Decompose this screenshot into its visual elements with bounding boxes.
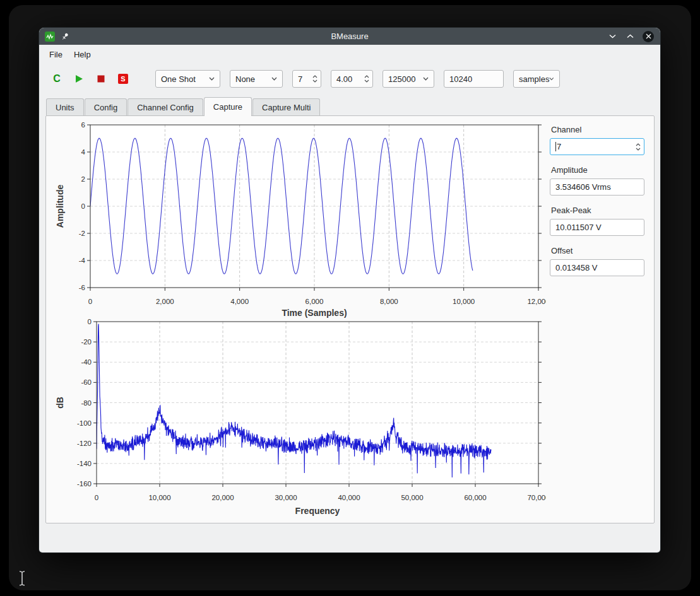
tab-units[interactable]: Units bbox=[46, 98, 84, 115]
svg-text:2,000: 2,000 bbox=[156, 298, 174, 305]
channel-spinner-value: 7 bbox=[298, 74, 302, 84]
close-button[interactable] bbox=[643, 31, 654, 42]
spinner-arrows[interactable] bbox=[312, 75, 317, 83]
svg-text:-2: -2 bbox=[79, 230, 85, 237]
stop-button[interactable] bbox=[95, 73, 107, 85]
svg-text:-120: -120 bbox=[77, 440, 92, 447]
svg-text:70,000: 70,000 bbox=[527, 494, 546, 501]
svg-text:-60: -60 bbox=[81, 378, 92, 386]
chevron-down-icon bbox=[423, 77, 429, 81]
svg-text:-160: -160 bbox=[77, 480, 92, 488]
measurement-sidebar: Channel 7 Amplitude 3.534606 Vrms Peak-P… bbox=[550, 125, 651, 286]
chevron-down-icon bbox=[636, 148, 641, 151]
units-combo[interactable]: samples bbox=[513, 70, 560, 88]
channel-label: Channel bbox=[551, 125, 651, 134]
app-icon bbox=[45, 32, 55, 42]
threshold-spinner-value: 4.00 bbox=[336, 74, 352, 84]
svg-text:-4: -4 bbox=[79, 257, 86, 264]
channel-spinbox-value: 7 bbox=[557, 142, 561, 151]
svg-text:0: 0 bbox=[81, 202, 85, 210]
tab-capture[interactable]: Capture bbox=[204, 97, 252, 116]
chevron-down-icon bbox=[209, 77, 215, 81]
samplerate-combo-value: 125000 bbox=[388, 74, 415, 84]
svg-text:Amplitude: Amplitude bbox=[55, 185, 65, 228]
titlebar[interactable]: BMeasure bbox=[39, 28, 660, 45]
stop-icon bbox=[97, 75, 105, 83]
tab-channel-config[interactable]: Channel Config bbox=[128, 98, 203, 115]
svg-text:-6: -6 bbox=[79, 284, 85, 291]
svg-text:4: 4 bbox=[81, 148, 86, 156]
svg-text:0: 0 bbox=[88, 318, 92, 325]
svg-text:Frequency: Frequency bbox=[295, 506, 340, 516]
tab-capture-multi[interactable]: Capture Multi bbox=[252, 98, 320, 115]
svg-text:6: 6 bbox=[81, 121, 85, 129]
offset-field[interactable]: 0.013458 V bbox=[550, 259, 644, 276]
svg-text:12,000: 12,000 bbox=[527, 298, 546, 305]
single-shot-label: S bbox=[118, 74, 128, 84]
svg-text:20,000: 20,000 bbox=[211, 494, 234, 501]
mode-combo[interactable]: One Shot bbox=[155, 70, 220, 88]
svg-text:4,000: 4,000 bbox=[230, 298, 249, 305]
svg-text:6,000: 6,000 bbox=[306, 298, 324, 305]
spinner-arrows[interactable] bbox=[364, 75, 369, 83]
spectrum-chart: 010,00020,00030,00040,00050,00060,00070,… bbox=[46, 318, 546, 521]
svg-text:50,000: 50,000 bbox=[401, 494, 423, 501]
pin-icon[interactable] bbox=[60, 32, 70, 42]
offset-value: 0.013458 V bbox=[555, 263, 598, 272]
samples-input-value: 10240 bbox=[449, 74, 472, 84]
toolbar: C S One Shot None 7 4.00 bbox=[39, 64, 660, 94]
single-shot-button[interactable]: S bbox=[117, 73, 129, 85]
svg-text:dB: dB bbox=[55, 397, 65, 409]
tab-config[interactable]: Config bbox=[85, 98, 128, 115]
channel-spinner[interactable]: 7 bbox=[292, 70, 321, 88]
channel-spinbox[interactable]: 7 bbox=[550, 138, 644, 155]
chevron-up-icon bbox=[636, 143, 641, 146]
chevron-down-icon bbox=[364, 79, 369, 83]
offset-label: Offset bbox=[551, 246, 651, 255]
tabbar: Units Config Channel Config Capture Capt… bbox=[39, 94, 660, 115]
peak-peak-label: Peak-Peak bbox=[551, 206, 651, 215]
trigger-combo[interactable]: None bbox=[230, 70, 283, 88]
chevron-down-icon bbox=[312, 79, 317, 83]
maximize-button[interactable] bbox=[625, 32, 635, 42]
svg-text:-80: -80 bbox=[81, 399, 92, 407]
connect-button[interactable]: C bbox=[50, 73, 63, 85]
peak-peak-field[interactable]: 10.011507 V bbox=[550, 219, 644, 236]
svg-text:-40: -40 bbox=[81, 358, 92, 366]
threshold-spinner[interactable]: 4.00 bbox=[331, 70, 373, 88]
svg-text:60,000: 60,000 bbox=[464, 494, 486, 501]
chevron-down-icon bbox=[549, 77, 554, 81]
text-caret bbox=[555, 142, 556, 151]
menu-help[interactable]: Help bbox=[68, 47, 97, 62]
svg-text:10,000: 10,000 bbox=[453, 298, 475, 305]
menu-file[interactable]: File bbox=[44, 47, 68, 62]
svg-text:-140: -140 bbox=[77, 460, 92, 467]
samplerate-combo[interactable]: 125000 bbox=[383, 70, 434, 88]
amplitude-label: Amplitude bbox=[551, 165, 651, 175]
mode-combo-value: One Shot bbox=[161, 74, 196, 84]
bmeasure-window: BMeasure bbox=[39, 28, 660, 552]
window-title: BMeasure bbox=[39, 32, 660, 41]
svg-text:8,000: 8,000 bbox=[380, 298, 398, 305]
play-icon bbox=[75, 74, 83, 83]
svg-text:-20: -20 bbox=[81, 338, 92, 346]
svg-text:-100: -100 bbox=[77, 419, 92, 427]
svg-text:2: 2 bbox=[81, 175, 85, 183]
spinner-arrows[interactable] bbox=[636, 143, 641, 151]
svg-text:0: 0 bbox=[88, 298, 92, 305]
shade-button[interactable] bbox=[607, 32, 617, 42]
svg-text:0: 0 bbox=[95, 494, 98, 501]
play-button[interactable] bbox=[73, 73, 85, 85]
trigger-combo-value: None bbox=[235, 74, 255, 84]
amplitude-field[interactable]: 3.534606 Vrms bbox=[550, 178, 644, 196]
svg-text:30,000: 30,000 bbox=[275, 494, 297, 501]
peak-peak-value: 10.011507 V bbox=[555, 223, 602, 232]
capture-panel: 02,0004,0006,0008,00010,00012,0006420-2-… bbox=[45, 115, 655, 523]
svg-text:Time (Samples): Time (Samples) bbox=[282, 308, 347, 318]
chevron-up-icon bbox=[364, 75, 369, 78]
amplitude-value: 3.534606 Vrms bbox=[555, 182, 611, 192]
menubar: File Help bbox=[39, 45, 660, 64]
waveform-chart: 02,0004,0006,0008,00010,00012,0006420-2-… bbox=[46, 116, 546, 319]
units-combo-value: samples bbox=[519, 74, 549, 84]
samples-input[interactable]: 10240 bbox=[444, 70, 504, 88]
